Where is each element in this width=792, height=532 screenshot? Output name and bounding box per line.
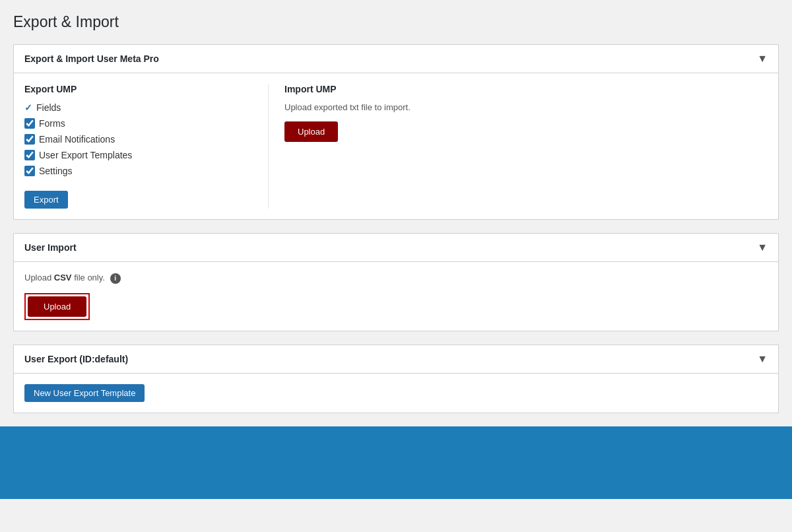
- import-col-title: Import UMP: [284, 84, 768, 94]
- csv-note-prefix: Upload: [24, 273, 54, 283]
- forms-label[interactable]: Forms: [39, 118, 65, 129]
- export-col-title: Export UMP: [24, 84, 255, 94]
- chevron-down-icon-3: ▼: [757, 353, 768, 365]
- checkbox-row-user-export-templates: User Export Templates: [24, 150, 255, 160]
- fields-checkmark-icon: ✓: [24, 102, 32, 113]
- settings-checkbox[interactable]: [24, 166, 35, 176]
- user-export-templates-checkbox[interactable]: [24, 150, 35, 160]
- info-icon[interactable]: i: [110, 273, 121, 284]
- export-import-ump-body: Export UMP ✓ Fields Forms Email Notifica…: [14, 73, 778, 219]
- forms-checkbox[interactable]: [24, 118, 35, 129]
- user-export-title: User Export (ID:default): [24, 354, 128, 364]
- export-import-ump-header[interactable]: Export & Import User Meta Pro ▼: [14, 45, 778, 73]
- checkbox-row-email-notifications: Email Notifications: [24, 134, 255, 145]
- user-import-header[interactable]: User Import ▼: [14, 234, 778, 262]
- user-export-templates-label[interactable]: User Export Templates: [39, 150, 132, 160]
- user-import-upload-button[interactable]: Upload: [28, 296, 86, 317]
- email-notifications-label[interactable]: Email Notifications: [39, 134, 115, 145]
- user-import-body: Upload CSV file only. i Upload: [14, 262, 778, 331]
- checkbox-row-forms: Forms: [24, 118, 255, 129]
- chevron-down-icon: ▼: [757, 53, 768, 65]
- upload-highlighted-wrapper: Upload: [24, 293, 90, 320]
- user-import-title: User Import: [24, 242, 77, 253]
- footer-bar: [0, 426, 792, 499]
- export-import-ump-panel: Export & Import User Meta Pro ▼ Export U…: [13, 44, 779, 220]
- csv-note-bold: CSV: [54, 273, 72, 283]
- email-notifications-checkbox[interactable]: [24, 134, 35, 145]
- fields-row: ✓ Fields: [24, 102, 255, 113]
- import-description: Upload exported txt file to import.: [284, 102, 768, 112]
- user-export-panel: User Export (ID:default) ▼ New User Expo…: [13, 345, 779, 413]
- chevron-down-icon-2: ▼: [757, 242, 768, 253]
- page-title: Export & Import: [13, 13, 779, 31]
- new-user-export-template-button[interactable]: New User Export Template: [24, 384, 145, 402]
- export-ump-col: Export UMP ✓ Fields Forms Email Notifica…: [24, 84, 269, 209]
- fields-label: Fields: [36, 102, 61, 113]
- import-upload-button[interactable]: Upload: [284, 121, 338, 142]
- csv-note-suffix: file only.: [72, 273, 105, 283]
- user-export-body: New User Export Template: [14, 374, 778, 413]
- export-button[interactable]: Export: [24, 191, 68, 209]
- import-ump-col: Import UMP Upload exported txt file to i…: [269, 84, 768, 209]
- settings-label[interactable]: Settings: [39, 166, 73, 176]
- user-import-panel: User Import ▼ Upload CSV file only. i Up…: [13, 233, 779, 331]
- checkbox-row-settings: Settings: [24, 166, 255, 176]
- export-import-ump-title: Export & Import User Meta Pro: [24, 53, 159, 64]
- user-export-header[interactable]: User Export (ID:default) ▼: [14, 345, 778, 374]
- page-wrapper: Export & Import Export & Import User Met…: [0, 0, 792, 532]
- csv-note: Upload CSV file only. i: [24, 273, 768, 284]
